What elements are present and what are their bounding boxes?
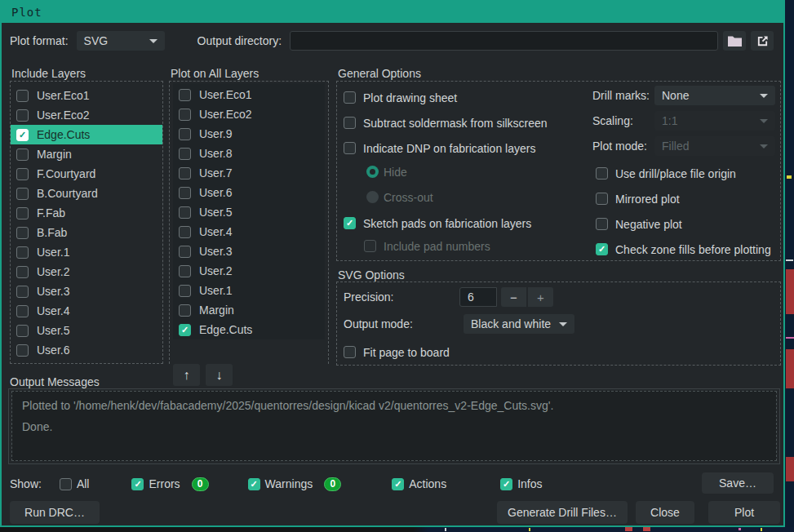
layer-row[interactable]: Margin <box>11 144 162 164</box>
include-pad-numbers-option[interactable]: Include pad numbers <box>364 237 490 255</box>
filter-infos[interactable]: Infos <box>500 477 542 490</box>
browse-folder-button[interactable] <box>723 31 746 51</box>
precision-increment-button[interactable]: + <box>528 287 553 307</box>
layer-checkbox[interactable] <box>16 188 29 200</box>
layer-checkbox[interactable] <box>16 168 29 180</box>
dialog-titlebar[interactable]: Plot <box>2 2 783 23</box>
mirrored-plot-option[interactable]: Mirrored plot <box>596 190 680 207</box>
use-origin-option[interactable]: Use drill/place file origin <box>596 165 736 182</box>
filter-errors-checkbox[interactable] <box>131 478 144 490</box>
fit-page-checkbox[interactable] <box>344 346 356 358</box>
layer-row[interactable]: F.Fab <box>11 203 162 223</box>
layer-checkbox[interactable] <box>179 128 191 140</box>
plot-drawing-sheet-option[interactable]: Plot drawing sheet <box>344 89 457 106</box>
check-zone-fills-option[interactable]: Check zone fills before plotting <box>596 241 771 258</box>
close-button[interactable]: Close <box>636 501 694 524</box>
layer-checkbox[interactable] <box>16 129 29 141</box>
filter-warnings-checkbox[interactable] <box>248 478 260 490</box>
output-directory-input[interactable] <box>290 31 718 51</box>
layer-checkbox[interactable] <box>16 109 29 122</box>
open-external-button[interactable] <box>751 31 774 51</box>
layer-row[interactable]: User.1 <box>11 242 162 262</box>
move-layer-up-button[interactable]: ↑ <box>173 364 200 386</box>
crossout-radio[interactable] <box>366 191 379 203</box>
indicate-dnp-option[interactable]: Indicate DNP on fabrication layers <box>344 140 535 157</box>
layer-checkbox[interactable] <box>179 285 191 297</box>
filter-all[interactable]: All <box>60 477 90 490</box>
layer-checkbox[interactable] <box>16 207 29 219</box>
filter-infos-checkbox[interactable] <box>500 478 512 490</box>
filter-actions[interactable]: Actions <box>392 477 446 490</box>
layer-row[interactable]: Margin <box>173 300 325 320</box>
layer-row[interactable]: User.1 <box>173 281 325 300</box>
include-layers-list[interactable]: User.Eco1User.Eco2Edge.CutsMarginF.Court… <box>11 82 162 360</box>
layer-checkbox[interactable] <box>16 227 29 239</box>
run-drc-button[interactable]: Run DRC… <box>10 501 100 524</box>
layer-row[interactable]: User.8 <box>173 144 325 163</box>
plot-format-dropdown[interactable]: SVG <box>77 31 165 51</box>
sketch-pads-checkbox[interactable] <box>344 217 356 229</box>
include-pad-numbers-checkbox[interactable] <box>364 240 376 252</box>
check-zone-fills-checkbox[interactable] <box>596 243 608 255</box>
mirrored-plot-checkbox[interactable] <box>596 193 608 205</box>
drill-marks-dropdown[interactable]: None <box>654 86 775 105</box>
sketch-pads-option[interactable]: Sketch pads on fabrication layers <box>344 215 531 232</box>
layer-row[interactable]: User.2 <box>173 261 325 281</box>
filter-warnings[interactable]: Warnings0 <box>248 477 342 491</box>
use-origin-checkbox[interactable] <box>596 167 608 180</box>
indicate-dnp-checkbox[interactable] <box>344 142 356 154</box>
layer-checkbox[interactable] <box>179 109 191 121</box>
hide-radio[interactable] <box>366 166 379 178</box>
filter-errors[interactable]: Errors0 <box>131 477 208 491</box>
plot-button[interactable]: Plot <box>708 501 780 524</box>
layer-row[interactable]: User.3 <box>173 242 325 261</box>
layer-row[interactable]: User.5 <box>173 202 325 222</box>
subtract-soldermask-option[interactable]: Subtract soldermask from silkscreen <box>344 114 548 131</box>
layer-checkbox[interactable] <box>16 344 29 357</box>
layer-row[interactable]: User.7 <box>173 163 325 183</box>
layer-checkbox[interactable] <box>16 90 29 102</box>
plot-drawing-sheet-checkbox[interactable] <box>344 91 356 104</box>
filter-actions-checkbox[interactable] <box>392 478 404 490</box>
precision-input[interactable]: 6 <box>459 287 497 307</box>
move-layer-down-button[interactable]: ↓ <box>206 364 233 386</box>
layer-row[interactable]: F.Courtyard <box>11 164 162 184</box>
plot-all-layers-list[interactable]: User.Eco1User.Eco2User.9User.8User.7User… <box>173 83 325 339</box>
layer-row[interactable]: User.9 <box>173 124 325 144</box>
layer-row[interactable]: User.Eco2 <box>173 104 325 124</box>
layer-row[interactable]: User.Eco1 <box>11 86 162 105</box>
precision-decrement-button[interactable]: − <box>501 287 526 307</box>
layer-row[interactable]: B.Fab <box>11 223 162 242</box>
layer-row[interactable]: Edge.Cuts <box>173 320 325 339</box>
layer-row[interactable]: User.Eco1 <box>173 85 325 104</box>
layer-row[interactable]: User.2 <box>11 262 162 282</box>
layer-checkbox[interactable] <box>179 324 191 336</box>
layer-checkbox[interactable] <box>16 246 29 259</box>
dnp-crossout-option[interactable]: Cross-out <box>366 188 433 206</box>
layer-row[interactable]: User.Eco2 <box>11 105 162 125</box>
layer-row[interactable]: User.4 <box>11 301 162 321</box>
output-messages-area[interactable]: Plotted to '/home/henk/dev/fabacademy/20… <box>11 391 777 461</box>
layer-checkbox[interactable] <box>179 304 191 317</box>
layer-checkbox[interactable] <box>179 187 191 199</box>
layer-checkbox[interactable] <box>179 226 191 238</box>
layer-row[interactable]: User.6 <box>11 340 162 360</box>
save-button[interactable]: Save… <box>702 472 774 494</box>
fit-page-option[interactable]: Fit page to board <box>344 344 450 361</box>
layer-row[interactable]: B.Courtyard <box>11 184 162 203</box>
layer-row[interactable]: Edge.Cuts <box>11 125 162 144</box>
layer-checkbox[interactable] <box>179 246 191 258</box>
generate-drill-files-button[interactable]: Generate Drill Files… <box>497 501 628 524</box>
filter-all-checkbox[interactable] <box>60 478 72 490</box>
layer-checkbox[interactable] <box>16 305 29 317</box>
layer-checkbox[interactable] <box>16 266 29 278</box>
negative-plot-option[interactable]: Negative plot <box>596 215 682 233</box>
layer-checkbox[interactable] <box>179 167 191 180</box>
subtract-soldermask-checkbox[interactable] <box>344 117 356 129</box>
layer-checkbox[interactable] <box>179 148 191 160</box>
layer-checkbox[interactable] <box>16 325 29 337</box>
layer-row[interactable]: User.6 <box>173 183 325 202</box>
layer-checkbox[interactable] <box>179 89 191 101</box>
negative-plot-checkbox[interactable] <box>596 218 608 230</box>
layer-row[interactable]: User.4 <box>173 222 325 242</box>
